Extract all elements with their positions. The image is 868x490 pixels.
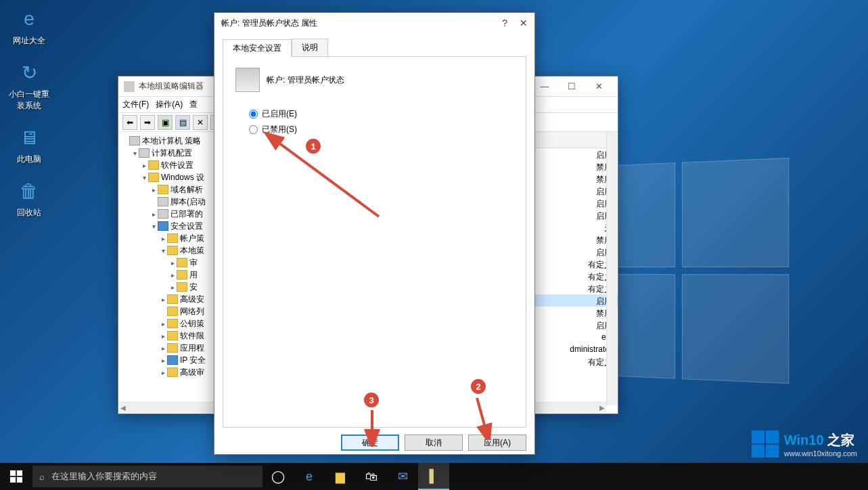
tree-label: 高级安 [180, 294, 204, 305]
search-icon: ⌕ [39, 472, 45, 482]
menu-item[interactable]: 操作(A) [156, 99, 183, 110]
folder-icon [167, 319, 178, 328]
annotation-badge-1: 1 [306, 139, 321, 154]
annotation-badge-2: 2 [471, 379, 486, 394]
prop-tabs[interactable]: 本地安全设置 说明 [223, 39, 526, 57]
edge-icon[interactable]: e [294, 463, 325, 490]
refresh-button[interactable]: ▤ [175, 115, 190, 130]
shield-icon [158, 221, 168, 231]
radio-disabled-label: 已禁用(S) [262, 124, 297, 135]
start-button[interactable] [0, 463, 32, 490]
cortana-icon[interactable]: ◯ [262, 463, 294, 490]
watermark: Win10 之家 www.win10xitong.com [752, 430, 857, 458]
folder-icon [167, 343, 178, 353]
desktop-icon-thispc[interactable]: 🖥此电脑 [5, 124, 53, 165]
notepad-icon[interactable]: ▌ [418, 463, 449, 490]
tree-label: 高级审 [180, 367, 204, 378]
tree-label: 软件设置 [161, 160, 193, 171]
gpo-title-icon [124, 81, 135, 92]
svg-rect-5 [10, 477, 16, 483]
help-button[interactable]: ? [502, 18, 507, 28]
folder-icon [167, 307, 178, 316]
mail-icon[interactable]: ✉ [387, 463, 418, 490]
policy-icon [158, 197, 168, 206]
policy-icon [139, 148, 150, 158]
folder-icon [158, 185, 168, 194]
folder-icon [148, 173, 159, 182]
radio-enabled-row[interactable]: 已启用(E) [249, 108, 513, 120]
gpo-title-text: 本地组策略编辑器 [139, 81, 204, 92]
radio-disabled-row[interactable]: 已禁用(S) [249, 124, 513, 135]
tree-label: 本地策 [180, 245, 204, 257]
desktop-icon-recovery[interactable]: ↻小白一键重装系统 [5, 59, 53, 112]
desktop-icon-label: 回收站 [17, 207, 41, 219]
tab-description[interactable]: 说明 [292, 39, 328, 56]
policy-icon [129, 136, 140, 146]
svg-rect-4 [17, 470, 22, 476]
tree-label: 脚本(启动 [170, 196, 206, 208]
properties-dialog: 帐户: 管理员帐户状态 属性 ? ✕ 本地安全设置 说明 帐户: 管理员帐户状态… [214, 12, 535, 455]
tree-label: 软件限 [180, 330, 204, 342]
svg-rect-3 [10, 470, 16, 476]
watermark-text-1a: Win10 [784, 432, 824, 447]
folder-icon [167, 331, 178, 340]
up-button[interactable]: ▣ [158, 115, 173, 130]
back-button[interactable]: ⬅ [122, 115, 137, 130]
folder-icon [167, 233, 178, 243]
tree-label: 计算机配置 [152, 148, 192, 159]
menu-item[interactable]: 查 [189, 99, 198, 110]
desktop-icon-label: 网址大全 [13, 35, 45, 47]
svg-rect-6 [17, 477, 22, 483]
radio-enabled[interactable] [249, 110, 258, 118]
folder-icon [177, 282, 187, 292]
maximize-button[interactable]: ☐ [558, 80, 585, 93]
forward-button[interactable]: ➡ [140, 115, 155, 130]
tree-label: 用 [189, 269, 198, 281]
recycle-icon: 🗑 [16, 177, 43, 204]
minimize-button[interactable]: — [531, 80, 558, 93]
cancel-button[interactable]: 取消 [405, 435, 463, 451]
watermark-logo-icon [752, 430, 779, 458]
folder-icon [167, 294, 178, 304]
ok-button[interactable]: 确定 [341, 435, 399, 451]
tree-label: Windows 设 [161, 172, 204, 183]
vertical-scrollbar[interactable] [606, 132, 617, 405]
folder-icon [177, 258, 187, 267]
store-icon[interactable]: 🛍 [356, 463, 387, 490]
tree-label: 应用程 [180, 342, 204, 354]
close-button[interactable]: ✕ [585, 80, 612, 93]
tree-label: 网络列 [180, 306, 204, 317]
watermark-text-1b: 之家 [827, 432, 854, 447]
policy-icon [158, 209, 168, 219]
desktop-icon-recycle[interactable]: 🗑回收站 [5, 177, 53, 219]
close-button[interactable]: ✕ [520, 18, 528, 28]
tree-label: 公钥策 [180, 318, 204, 330]
desktop-icon-label: 此电脑 [17, 154, 41, 165]
radio-disabled[interactable] [249, 125, 258, 134]
taskbar-search[interactable]: ⌕ 在这里输入你要搜索的内容 [32, 466, 262, 487]
menu-item[interactable]: 文件(F) [122, 99, 149, 110]
ie-icon: e [16, 5, 43, 32]
folder-icon [148, 160, 159, 170]
folder-icon [167, 246, 178, 255]
tree-label: 已部署的 [170, 208, 203, 220]
tab-local-security[interactable]: 本地安全设置 [223, 39, 292, 57]
prop-titlebar[interactable]: 帐户: 管理员帐户状态 属性 ? ✕ [214, 13, 534, 33]
apply-button[interactable]: 应用(A) [468, 435, 526, 451]
tree-label: 帐户策 [180, 233, 204, 244]
annotation-badge-3: 3 [364, 393, 379, 407]
thispc-icon: 🖥 [16, 124, 43, 151]
taskbar[interactable]: ⌕ 在这里输入你要搜索的内容 ◯ e ▆ 🛍 ✉ ▌ [0, 463, 868, 490]
folder-icon [167, 368, 178, 377]
search-placeholder: 在这里输入你要搜索的内容 [51, 470, 157, 483]
policy-icon [235, 68, 260, 92]
delete-button[interactable]: ✕ [193, 115, 208, 130]
explorer-icon[interactable]: ▆ [325, 463, 356, 490]
folder-icon [177, 270, 187, 280]
watermark-url: www.win10xitong.com [784, 449, 857, 458]
desktop-icon-ie[interactable]: e网址大全 [5, 5, 53, 47]
prop-body: 帐户: 管理员帐户状态 已启用(E) 已禁用(S) [223, 57, 526, 428]
tree-label: 审 [189, 257, 198, 269]
desktop-icon-label: 小白一键重装系统 [5, 89, 53, 112]
recovery-icon: ↻ [16, 59, 43, 86]
